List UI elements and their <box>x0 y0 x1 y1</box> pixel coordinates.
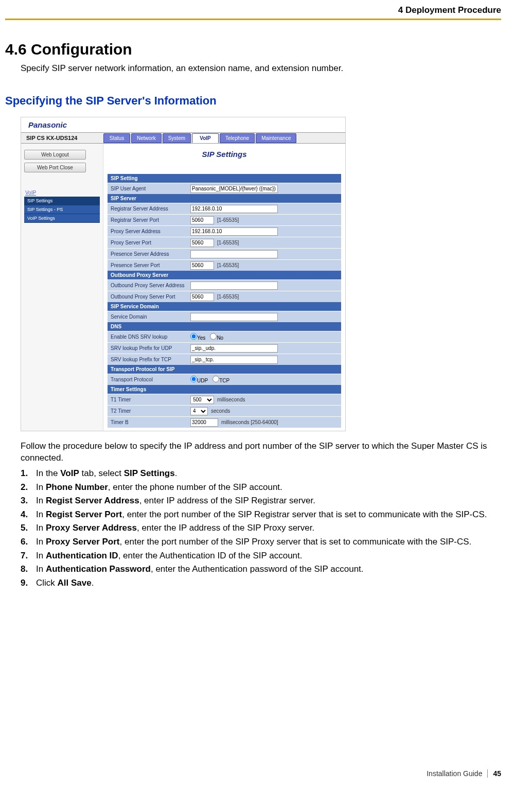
nav-tabs: Status Network System VoIP Telephone Mai… <box>103 133 296 143</box>
label-outbound-addr: Outbound Proxy Server Address <box>111 283 190 288</box>
input-srv-tcp-prefix[interactable] <box>190 356 278 364</box>
web-port-close-button[interactable]: Web Port Close <box>24 163 86 172</box>
label-transport: Transport Protocol <box>111 377 190 382</box>
step-text: In Proxy Server Port, enter the port num… <box>36 536 471 549</box>
sidebar-item-voip-settings[interactable]: VoIP Settings <box>24 214 100 223</box>
label-presence-addr: Presence Server Address <box>111 251 190 257</box>
step-text: In Regist Server Port, enter the port nu… <box>36 508 487 521</box>
input-registrar-addr[interactable] <box>190 205 278 213</box>
section-heading: 4.6 Configuration <box>5 41 501 58</box>
step-item: 5.In Proxy Server Address, enter the IP … <box>21 522 501 535</box>
sidebar-group-title: VoIP <box>24 188 100 197</box>
label-outbound-port: Outbound Proxy Server Port <box>111 294 190 300</box>
unit-timer-b: milliseconds [250-64000] <box>221 419 278 425</box>
step-item: 4.In Regist Server Port, enter the port … <box>21 508 501 521</box>
input-presence-addr[interactable] <box>190 250 278 258</box>
step-number: 8. <box>21 563 36 576</box>
label-dns-srv: Enable DNS SRV lookup <box>111 334 190 340</box>
page-title: SIP Settings <box>108 150 341 159</box>
input-service-domain[interactable] <box>190 313 278 321</box>
footer-doc-title: Installation Guide <box>427 769 482 778</box>
brand-logo: Panasonic <box>21 117 345 132</box>
sidebar-item-sip-settings[interactable]: SIP Settings <box>24 197 100 205</box>
radio-label-no: No <box>217 335 223 341</box>
section-intro: Specify SIP server network information, … <box>21 63 501 74</box>
tab-maintenance[interactable]: Maintenance <box>256 133 296 143</box>
sidebar: Web Logout Web Port Close VoIP SIP Setti… <box>21 144 103 431</box>
web-logout-button[interactable]: Web Logout <box>24 150 86 160</box>
hint-outbound-port: [1-65535] <box>217 294 239 300</box>
tab-voip[interactable]: VoIP <box>192 133 219 143</box>
step-number: 9. <box>21 577 36 590</box>
step-number: 4. <box>21 508 36 521</box>
input-timer-b[interactable] <box>190 418 218 427</box>
radio-transport-tcp[interactable] <box>212 376 219 382</box>
label-presence-port: Presence Server Port <box>111 262 190 268</box>
step-text: In Authentication ID, enter the Authenti… <box>36 550 303 563</box>
select-t1-timer[interactable]: 500 <box>190 396 214 404</box>
hint-proxy-port: [1-65535] <box>217 240 239 245</box>
section-dns: DNS <box>108 322 341 331</box>
label-sip-user-agent: SIP User Agent <box>111 186 190 191</box>
step-number: 5. <box>21 522 36 535</box>
label-srv-tcp-prefix: SRV lookup Prefix for TCP <box>111 357 190 362</box>
step-item: 7.In Authentication ID, enter the Authen… <box>21 550 501 563</box>
step-text: In Phone Number, enter the phone number … <box>36 481 282 494</box>
label-registrar-port: Registrar Server Port <box>111 217 190 223</box>
step-number: 2. <box>21 481 36 494</box>
step-number: 6. <box>21 536 36 549</box>
tab-status[interactable]: Status <box>103 133 130 143</box>
section-service-domain: SIP Service Domain <box>108 302 341 311</box>
page-footer: Installation Guide 45 <box>427 769 501 778</box>
input-presence-port[interactable] <box>190 261 214 270</box>
step-text: Click All Save. <box>36 577 94 590</box>
radio-transport-udp[interactable] <box>190 376 197 382</box>
top-bar: SIP CS KX-UDS124 Status Network System V… <box>21 132 345 144</box>
radio-dns-srv-yes[interactable] <box>190 333 197 340</box>
section-sip-setting: SIP Setting <box>108 174 341 183</box>
step-text: In Proxy Server Address, enter the IP ad… <box>36 522 314 535</box>
input-proxy-port[interactable] <box>190 239 214 247</box>
chapter-header: 4 Deployment Procedure <box>5 0 501 19</box>
radio-label-udp: UDP <box>197 378 208 383</box>
sip-settings-screenshot: Panasonic SIP CS KX-UDS124 Status Networ… <box>21 117 346 431</box>
input-proxy-addr[interactable] <box>190 227 278 236</box>
radio-label-yes: Yes <box>197 335 205 341</box>
step-number: 7. <box>21 550 36 563</box>
tab-network[interactable]: Network <box>131 133 162 143</box>
unit-t2-timer: seconds <box>211 408 230 414</box>
header-rule <box>5 19 501 20</box>
radio-dns-srv-no[interactable] <box>210 333 217 340</box>
section-timer: Timer Settings <box>108 385 341 394</box>
input-srv-udp-prefix[interactable] <box>190 344 278 353</box>
input-outbound-addr[interactable] <box>190 282 278 290</box>
input-registrar-port[interactable] <box>190 216 214 224</box>
subsection-heading: Specifying the SIP Server's Information <box>5 94 501 108</box>
step-item: 2.In Phone Number, enter the phone numbe… <box>21 481 501 494</box>
hint-presence-port: [1-65535] <box>217 262 239 268</box>
tab-telephone[interactable]: Telephone <box>220 133 255 143</box>
label-registrar-addr: Registrar Server Address <box>111 206 190 212</box>
device-model: SIP CS KX-UDS124 <box>21 135 103 141</box>
step-text: In the VoIP tab, select SIP Settings. <box>36 467 177 480</box>
input-sip-user-agent[interactable] <box>190 185 278 193</box>
footer-page-number: 45 <box>493 769 501 778</box>
step-item: 9.Click All Save. <box>21 577 501 590</box>
instruction-lead: Follow the procedure below to specify th… <box>21 441 501 464</box>
label-proxy-addr: Proxy Server Address <box>111 229 190 234</box>
section-sip-server: SIP Server <box>108 194 341 203</box>
tab-system[interactable]: System <box>163 133 191 143</box>
footer-divider <box>487 769 488 778</box>
step-text: In Authentication Password, enter the Au… <box>36 563 364 576</box>
step-item: 6.In Proxy Server Port, enter the port n… <box>21 536 501 549</box>
sidebar-item-sip-settings-ps[interactable]: SIP Settings - PS <box>24 205 100 214</box>
label-proxy-port: Proxy Server Port <box>111 240 190 245</box>
unit-t1-timer: milliseconds <box>217 397 245 402</box>
step-number: 1. <box>21 467 36 480</box>
label-service-domain: Service Domain <box>111 314 190 320</box>
input-outbound-port[interactable] <box>190 293 214 301</box>
select-t2-timer[interactable]: 4 <box>190 407 208 415</box>
hint-registrar-port: [1-65535] <box>217 217 239 223</box>
step-item: 1.In the VoIP tab, select SIP Settings. <box>21 467 501 480</box>
procedure-steps: 1.In the VoIP tab, select SIP Settings.2… <box>21 467 501 590</box>
